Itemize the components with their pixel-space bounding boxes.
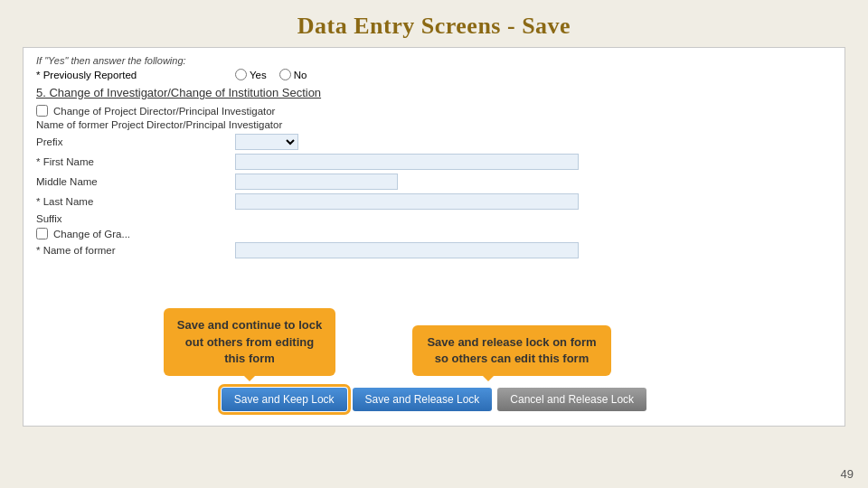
no-radio-label[interactable]: No: [279, 69, 307, 80]
save-release-button[interactable]: Save and Release Lock: [353, 388, 493, 411]
checkbox1-row: Change of Project Director/Principal Inv…: [36, 105, 832, 117]
former-pi-row: Name of former Project Director/Principa…: [36, 119, 832, 130]
callout-left: Save and continue to lock out others fro…: [164, 308, 335, 376]
first-name-input[interactable]: [235, 154, 579, 170]
suffix-label: Suffix: [36, 213, 235, 224]
middle-name-input[interactable]: [235, 174, 398, 190]
slide-title: Data Entry Screens - Save: [297, 13, 571, 40]
no-radio[interactable]: [279, 69, 291, 80]
previously-reported-row: * Previously Reported Yes No: [36, 69, 832, 80]
checkbox2-label: Change of Gra...: [53, 229, 130, 239]
last-name-input[interactable]: [235, 193, 579, 210]
prefix-label: Prefix: [36, 136, 235, 147]
yes-radio[interactable]: [235, 69, 247, 80]
form-box: If "Yes" then answer the following: * Pr…: [23, 47, 845, 427]
checkbox2[interactable]: [36, 228, 48, 239]
former-name-label: * Name of former: [36, 245, 235, 256]
checkbox1-label: Change of Project Director/Principal Inv…: [53, 106, 275, 117]
former-name-input[interactable]: [235, 242, 579, 258]
buttons-area: Save and Keep Lock Save and Release Lock…: [24, 388, 844, 411]
save-keep-button[interactable]: Save and Keep Lock: [222, 388, 347, 411]
first-name-row: * First Name: [36, 154, 832, 170]
top-note: If "Yes" then answer the following:: [36, 55, 832, 66]
first-name-label: * First Name: [36, 156, 235, 167]
checkbox2-row: Change of Gra...: [36, 228, 832, 239]
section5-header: 5. Change of Investigator/Change of Inst…: [36, 86, 832, 101]
prefix-select[interactable]: Dr. Mr. Ms.: [235, 134, 298, 150]
cancel-release-button[interactable]: Cancel and Release Lock: [497, 388, 646, 411]
callout-right: Save and release lock on form so others …: [412, 325, 611, 376]
middle-name-row: Middle Name: [36, 174, 832, 190]
middle-name-label: Middle Name: [36, 176, 235, 187]
page-number: 49: [841, 467, 854, 481]
slide-container: Data Entry Screens - Save If "Yes" then …: [0, 0, 868, 488]
prefix-row: Prefix Dr. Mr. Ms.: [36, 134, 832, 150]
former-pi-label: Name of former Project Director/Principa…: [36, 119, 282, 130]
checkbox1[interactable]: [36, 105, 48, 117]
former-name-row: * Name of former: [36, 242, 832, 258]
previously-reported-label: * Previously Reported: [36, 70, 235, 80]
yes-no-radio-group: Yes No: [235, 69, 307, 80]
last-name-label: * Last Name: [36, 196, 235, 207]
yes-radio-label[interactable]: Yes: [235, 69, 267, 80]
suffix-row: Suffix: [36, 213, 832, 224]
last-name-row: * Last Name: [36, 193, 832, 210]
form-content: If "Yes" then answer the following: * Pr…: [36, 55, 832, 362]
